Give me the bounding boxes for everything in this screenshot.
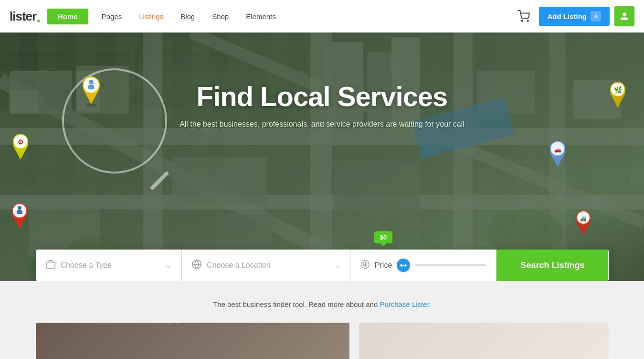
location-field[interactable]: Choose a Location ⌄ — [181, 250, 351, 281]
nav-pages[interactable]: Pages — [93, 9, 131, 24]
svg-text:🌿: 🌿 — [614, 86, 623, 94]
nav-links: Home Pages Listings Blog Shop Elements — [47, 9, 285, 24]
bottom-section: The best business finder tool. Read more… — [0, 281, 644, 359]
logo-text: lister — [10, 9, 36, 23]
bottom-cards: ... — [36, 323, 609, 359]
globe-icon — [191, 259, 202, 272]
svg-rect-47 — [46, 262, 54, 268]
type-field[interactable]: Choose a Type ⌄ — [36, 250, 182, 281]
nav-listings[interactable]: Listings — [130, 9, 172, 24]
bottom-text-before: The best business finder tool. Read more… — [213, 300, 378, 308]
location-placeholder: Choose a Location — [207, 261, 330, 270]
map-pin-construction: 🚜 — [573, 209, 594, 238]
svg-text:🚗: 🚗 — [554, 146, 561, 153]
price-arrows-icon[interactable] — [397, 259, 410, 272]
search-bar-wrapper: $0 Choose a Type ⌄ — [36, 250, 609, 281]
type-chevron-icon: ⌄ — [166, 261, 171, 269]
search-button[interactable]: Search Listings — [496, 250, 608, 281]
svg-rect-43 — [17, 210, 22, 214]
navbar: lister. Home Pages Listings Blog Shop El… — [0, 0, 644, 33]
svg-text:🚜: 🚜 — [580, 215, 587, 222]
add-listing-button[interactable]: Add Listing + — [539, 7, 610, 26]
price-label: Price — [375, 261, 392, 270]
map-pin-car: 🚗 — [547, 140, 569, 170]
price-field[interactable]: Price — [351, 250, 497, 281]
svg-point-1 — [527, 21, 528, 22]
svg-point-29 — [89, 80, 94, 85]
nav-home-button[interactable]: Home — [47, 9, 88, 24]
svg-point-0 — [521, 21, 522, 22]
logo[interactable]: lister. — [10, 9, 40, 24]
nav-elements[interactable]: Elements — [237, 9, 285, 24]
location-chevron-icon: ⌄ — [335, 261, 341, 269]
type-placeholder: Choose a Type — [61, 261, 161, 270]
nav-shop[interactable]: Shop — [203, 9, 237, 24]
map-pin-tools: ⚙ — [10, 133, 32, 163]
logo-dot: . — [36, 8, 40, 25]
map-pin-person — [79, 76, 104, 109]
bottom-text: The best business finder tool. Read more… — [10, 300, 634, 308]
svg-point-42 — [18, 206, 21, 210]
svg-rect-30 — [88, 85, 94, 89]
add-listing-label: Add Listing — [548, 12, 587, 21]
price-dollar-icon — [360, 260, 370, 272]
hero-title: Find Local Services — [197, 80, 448, 112]
bottom-card-left: ... — [36, 323, 349, 359]
purchase-link[interactable]: Purchase Lister. — [380, 300, 431, 308]
map-pin-plant: 🌿 — [606, 80, 629, 111]
nav-blog[interactable]: Blog — [172, 9, 203, 24]
svg-text:⚙: ⚙ — [18, 138, 24, 146]
map-pin-person2 — [9, 202, 31, 232]
hero-section: ⚙ 🌿 🚗 — [0, 33, 644, 281]
search-bar: Choose a Type ⌄ Choose a Location ⌄ — [36, 250, 609, 281]
briefcase-icon — [45, 259, 56, 272]
price-bubble: $0 — [374, 231, 392, 243]
cart-icon[interactable] — [514, 7, 533, 26]
user-icon-button[interactable] — [614, 6, 634, 26]
hero-subtitle: All the best businesses, professionals, … — [179, 120, 465, 129]
plus-icon: + — [591, 11, 601, 22]
bottom-card-right — [359, 323, 609, 359]
price-slider[interactable] — [415, 264, 486, 266]
